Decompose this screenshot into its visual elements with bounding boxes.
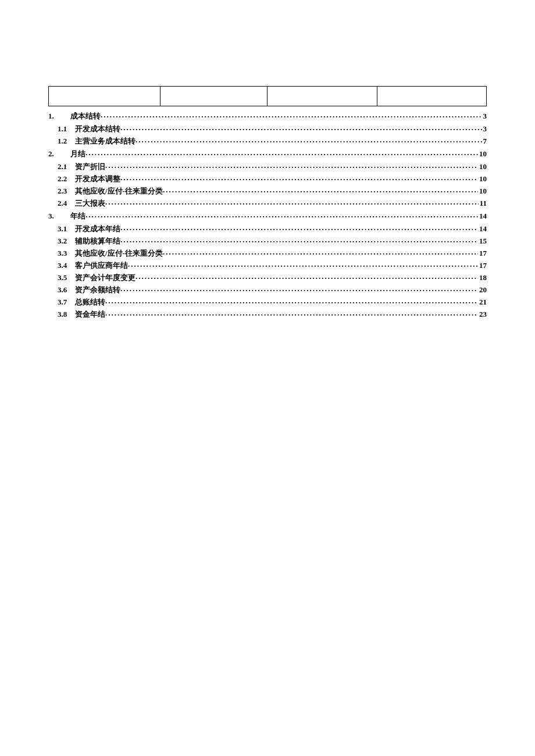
header-cell bbox=[160, 87, 268, 106]
toc-page: 14 bbox=[478, 212, 487, 221]
toc-leader bbox=[120, 123, 482, 132]
toc-entry[interactable]: 3.2辅助核算年结15 bbox=[48, 236, 487, 246]
toc-page: 10 bbox=[478, 187, 487, 196]
toc-entry[interactable]: 3.年结14 bbox=[48, 211, 487, 221]
toc-entry[interactable]: 1.成本结转3 bbox=[48, 111, 487, 121]
toc-page: 17 bbox=[478, 261, 487, 270]
toc-title: 资产折旧 bbox=[75, 162, 105, 172]
toc-page: 23 bbox=[478, 310, 487, 319]
toc-entry[interactable]: 3.4客户供应商年结17 bbox=[48, 260, 487, 271]
toc-title: 总账结转 bbox=[75, 297, 105, 307]
toc-entry[interactable]: 3.3其他应收/应付-往来重分类17 bbox=[48, 248, 487, 259]
toc-title: 开发成本结转 bbox=[75, 124, 120, 134]
toc-title: 开发成本年结 bbox=[75, 224, 120, 234]
toc-page: 14 bbox=[478, 224, 487, 234]
table-of-contents: 1.成本结转31.1开发成本结转31.2主营业务成本结转72.月结102.1资产… bbox=[48, 111, 487, 320]
toc-leader bbox=[120, 284, 478, 293]
toc-title: 三大报表 bbox=[75, 198, 105, 209]
toc-number: 2. bbox=[48, 149, 70, 159]
toc-leader bbox=[85, 148, 478, 157]
header-cell bbox=[49, 87, 160, 106]
toc-number: 3.3 bbox=[58, 249, 75, 258]
toc-leader bbox=[163, 185, 478, 195]
toc-title: 辅助核算年结 bbox=[75, 236, 120, 246]
toc-title: 客户供应商年结 bbox=[75, 260, 128, 271]
toc-title: 成本结转 bbox=[70, 111, 101, 121]
toc-title: 其他应收/应付-往来重分类 bbox=[75, 186, 163, 196]
toc-page: 3 bbox=[482, 112, 487, 121]
toc-number: 2.4 bbox=[58, 199, 75, 208]
toc-number: 3.6 bbox=[58, 285, 75, 295]
toc-entry[interactable]: 2.2开发成本调整10 bbox=[48, 174, 487, 184]
toc-leader bbox=[163, 248, 478, 257]
toc-leader bbox=[120, 235, 478, 245]
toc-title: 其他应收/应付-往来重分类 bbox=[75, 248, 163, 259]
toc-page: 15 bbox=[478, 237, 487, 246]
toc-title: 资金年结 bbox=[75, 309, 105, 320]
toc-entry[interactable]: 2.1资产折旧10 bbox=[48, 162, 487, 172]
toc-number: 2.3 bbox=[58, 187, 75, 196]
toc-number: 3.8 bbox=[58, 310, 75, 319]
toc-page: 11 bbox=[479, 199, 487, 208]
toc-number: 3.5 bbox=[58, 273, 75, 282]
toc-number: 3.1 bbox=[58, 224, 75, 234]
toc-title: 月结 bbox=[70, 149, 85, 159]
toc-leader bbox=[105, 309, 478, 318]
toc-title: 开发成本调整 bbox=[75, 174, 120, 184]
toc-entry[interactable]: 3.1开发成本年结14 bbox=[48, 224, 487, 234]
toc-number: 3.7 bbox=[58, 298, 75, 307]
toc-number: 2.1 bbox=[58, 162, 75, 171]
toc-entry[interactable]: 1.1开发成本结转3 bbox=[48, 124, 487, 134]
toc-entry[interactable]: 3.7总账结转21 bbox=[48, 297, 487, 307]
toc-title: 年结 bbox=[70, 211, 85, 221]
toc-entry[interactable]: 3.5资产会计年度变更18 bbox=[48, 273, 487, 283]
toc-title: 资产余额结转 bbox=[75, 285, 120, 295]
toc-page: 10 bbox=[478, 162, 487, 171]
toc-leader bbox=[105, 296, 478, 306]
toc-page: 7 bbox=[482, 137, 487, 146]
toc-number: 1.2 bbox=[58, 137, 75, 146]
toc-entry[interactable]: 2.月结10 bbox=[48, 149, 487, 159]
toc-page: 10 bbox=[478, 149, 487, 159]
toc-page: 18 bbox=[478, 273, 487, 282]
toc-page: 20 bbox=[478, 285, 487, 295]
toc-entry[interactable]: 2.3其他应收/应付-往来重分类10 bbox=[48, 186, 487, 196]
toc-title: 资产会计年度变更 bbox=[75, 273, 135, 283]
toc-number: 3.4 bbox=[58, 261, 75, 270]
toc-entry[interactable]: 1.2主营业务成本结转7 bbox=[48, 136, 487, 146]
toc-number: 1.1 bbox=[58, 124, 75, 134]
toc-entry[interactable]: 2.4三大报表11 bbox=[48, 198, 487, 209]
toc-entry[interactable]: 3.8资金年结23 bbox=[48, 309, 487, 320]
toc-leader bbox=[105, 198, 479, 207]
toc-leader bbox=[120, 223, 478, 232]
toc-page: 17 bbox=[478, 249, 487, 258]
header-table bbox=[48, 86, 487, 106]
toc-page: 10 bbox=[478, 174, 487, 184]
toc-leader bbox=[120, 173, 478, 182]
header-cell bbox=[377, 87, 486, 106]
toc-page: 3 bbox=[482, 124, 487, 134]
header-cell bbox=[268, 87, 377, 106]
toc-title: 主营业务成本结转 bbox=[75, 136, 135, 146]
toc-number: 1. bbox=[48, 112, 70, 121]
toc-leader bbox=[128, 260, 478, 269]
toc-page: 21 bbox=[478, 298, 487, 307]
toc-number: 2.2 bbox=[58, 174, 75, 184]
toc-number: 3.2 bbox=[58, 237, 75, 246]
toc-number: 3. bbox=[48, 212, 70, 221]
toc-entry[interactable]: 3.6资产余额结转20 bbox=[48, 285, 487, 295]
toc-leader bbox=[85, 210, 478, 220]
toc-leader bbox=[135, 272, 478, 281]
toc-leader bbox=[101, 110, 482, 120]
toc-leader bbox=[105, 161, 478, 170]
toc-leader bbox=[135, 135, 482, 145]
